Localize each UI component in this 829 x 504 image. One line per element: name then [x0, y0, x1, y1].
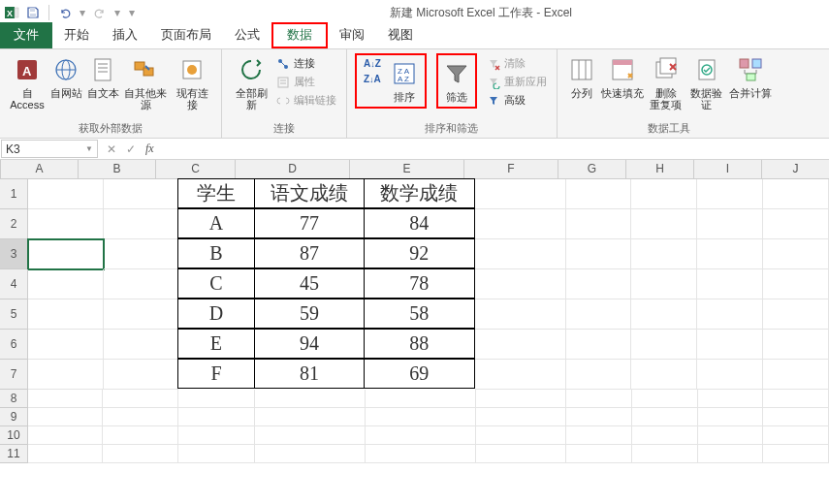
row-header[interactable]: 3 [0, 239, 28, 269]
cell[interactable] [475, 299, 566, 330]
row-header[interactable]: 6 [0, 330, 28, 360]
cell[interactable] [476, 445, 567, 463]
tab-view[interactable]: 视图 [376, 22, 425, 48]
cell[interactable] [632, 390, 698, 408]
flash-fill-button[interactable]: 快速填充 [600, 53, 645, 101]
cell[interactable] [631, 179, 697, 209]
data-cell[interactable]: A [177, 208, 255, 238]
data-cell[interactable]: 45 [254, 268, 365, 299]
cell[interactable] [763, 299, 829, 330]
cell[interactable] [697, 299, 763, 330]
cell[interactable] [763, 426, 829, 445]
cell[interactable] [763, 390, 829, 408]
cell[interactable] [697, 209, 763, 239]
data-validation-button[interactable]: 数据验证 [687, 53, 726, 112]
row-header[interactable]: 5 [0, 299, 28, 330]
cell[interactable] [697, 360, 763, 390]
cell[interactable] [104, 179, 179, 209]
column-header[interactable]: A [1, 160, 79, 179]
cell[interactable] [255, 426, 366, 445]
row-header[interactable]: 9 [0, 408, 28, 426]
consolidate-button[interactable]: 合并计算 [728, 53, 773, 101]
cell[interactable] [566, 299, 632, 330]
data-cell[interactable]: 84 [364, 208, 474, 238]
cell[interactable] [697, 269, 763, 299]
cell[interactable] [697, 330, 763, 360]
cell[interactable] [255, 390, 366, 408]
cell[interactable] [103, 426, 177, 445]
sort-asc-button[interactable]: A↓Z [364, 59, 381, 69]
data-cell[interactable]: 94 [254, 329, 365, 359]
refresh-all-button[interactable]: 全部刷新 [230, 53, 272, 112]
cell[interactable] [28, 299, 104, 330]
cell[interactable] [475, 209, 566, 239]
row-header[interactable]: 4 [0, 269, 28, 299]
cell[interactable] [28, 445, 103, 463]
worksheet-grid[interactable]: ABCDEFGHIJ 1学生语文成绩数学成绩2A77843B87924C4578… [0, 160, 829, 463]
connections-button[interactable]: 连接 [274, 55, 338, 72]
data-cell[interactable]: 78 [364, 268, 474, 299]
data-cell[interactable]: 数学成绩 [364, 178, 474, 208]
data-cell[interactable]: 58 [364, 299, 474, 329]
tab-formulas[interactable]: 公式 [223, 22, 271, 48]
column-header[interactable]: D [236, 160, 350, 179]
name-box-dropdown-icon[interactable]: ▼ [85, 144, 93, 153]
column-header[interactable]: G [558, 160, 626, 179]
cell[interactable] [698, 445, 764, 463]
cell[interactable] [566, 269, 632, 299]
tab-page-layout[interactable]: 页面布局 [149, 22, 223, 48]
cell[interactable] [104, 269, 179, 299]
cell[interactable] [631, 269, 697, 299]
cell[interactable] [697, 179, 763, 209]
data-cell[interactable]: E [177, 329, 255, 359]
row-header[interactable]: 7 [0, 360, 28, 390]
cell[interactable] [28, 330, 104, 360]
cell[interactable] [28, 209, 104, 239]
cell[interactable] [698, 426, 764, 445]
cell[interactable] [104, 299, 179, 330]
row-header[interactable]: 8 [0, 390, 28, 408]
cell[interactable] [631, 299, 697, 330]
cell[interactable] [698, 390, 764, 408]
cell[interactable] [28, 360, 104, 390]
cell[interactable] [366, 426, 476, 445]
column-header[interactable]: J [762, 160, 829, 179]
cell[interactable] [763, 179, 829, 209]
cell[interactable] [104, 360, 179, 390]
data-cell[interactable]: B [177, 238, 255, 268]
data-cell[interactable]: 88 [364, 329, 474, 359]
cell[interactable] [566, 426, 632, 445]
data-cell[interactable]: 59 [254, 299, 365, 329]
cell[interactable] [763, 239, 829, 269]
cell[interactable] [475, 269, 566, 299]
cell[interactable] [475, 360, 566, 390]
tab-review[interactable]: 审阅 [328, 22, 376, 48]
cell[interactable] [631, 239, 697, 269]
filter-button[interactable]: 筛选 [441, 57, 472, 105]
cell[interactable] [763, 209, 829, 239]
cell[interactable] [631, 330, 697, 360]
text-to-columns-button[interactable]: 分列 [565, 53, 598, 101]
cell[interactable] [366, 408, 476, 426]
data-cell[interactable]: D [177, 299, 255, 329]
cell[interactable] [104, 239, 179, 269]
cell[interactable] [763, 445, 829, 463]
cell[interactable] [475, 239, 566, 269]
cell[interactable] [476, 390, 567, 408]
cell[interactable] [366, 390, 476, 408]
cell[interactable] [763, 408, 829, 426]
cell[interactable] [475, 179, 566, 209]
cell[interactable] [178, 390, 255, 408]
column-header[interactable]: E [350, 160, 464, 179]
column-header[interactable]: H [626, 160, 694, 179]
qat-customize-icon[interactable]: ▾ [127, 5, 137, 20]
from-web-button[interactable]: 自网站 [48, 53, 83, 101]
column-header[interactable]: F [464, 160, 558, 179]
insert-function-button[interactable]: fx [145, 142, 154, 156]
cell[interactable] [255, 408, 366, 426]
data-cell[interactable]: 69 [364, 359, 474, 389]
cell[interactable] [476, 426, 567, 445]
cell[interactable] [566, 239, 632, 269]
cell[interactable] [103, 408, 177, 426]
cell[interactable] [255, 445, 366, 463]
